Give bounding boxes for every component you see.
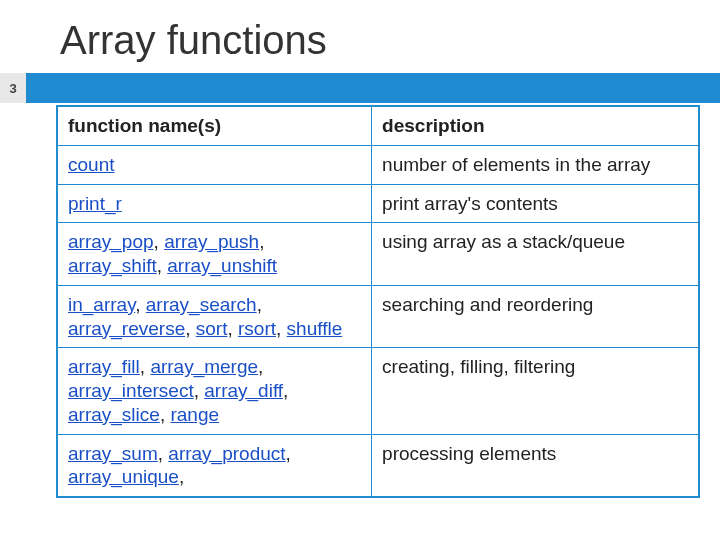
table-cell-description: creating, filling, filtering <box>372 348 699 434</box>
function-link[interactable]: array_merge <box>150 356 258 377</box>
separator: , <box>258 356 263 377</box>
function-link[interactable]: array_unique <box>68 466 179 487</box>
table-cell-functions: array_fill, array_merge, array_intersect… <box>57 348 372 434</box>
function-link[interactable]: array_pop <box>68 231 154 252</box>
separator: , <box>179 466 184 487</box>
slide-title: Array functions <box>0 0 720 73</box>
separator: , <box>185 318 196 339</box>
separator: , <box>276 318 287 339</box>
title-bar: 3 <box>0 73 720 103</box>
function-link[interactable]: array_search <box>146 294 257 315</box>
function-link[interactable]: array_intersect <box>68 380 194 401</box>
function-link[interactable]: array_push <box>164 231 259 252</box>
table-cell-description: using array as a stack/queue <box>372 223 699 286</box>
function-link[interactable]: count <box>68 154 114 175</box>
separator: , <box>257 294 262 315</box>
separator: , <box>286 443 291 464</box>
table-cell-functions: array_pop, array_push, array_shift, arra… <box>57 223 372 286</box>
table-header-description: description <box>372 106 699 145</box>
page-number-badge: 3 <box>0 73 26 103</box>
function-link[interactable]: array_slice <box>68 404 160 425</box>
function-link[interactable]: array_fill <box>68 356 140 377</box>
table-cell-functions: print_r <box>57 184 372 223</box>
functions-table: function name(s) description countnumber… <box>56 105 700 498</box>
function-link[interactable]: in_array <box>68 294 135 315</box>
table-cell-functions: array_sum, array_product, array_unique, <box>57 434 372 497</box>
table-row: array_pop, array_push, array_shift, arra… <box>57 223 699 286</box>
table-row: countnumber of elements in the array <box>57 145 699 184</box>
separator: , <box>158 443 169 464</box>
separator: , <box>259 231 264 252</box>
separator: , <box>154 231 165 252</box>
function-link[interactable]: array_sum <box>68 443 158 464</box>
table-row: print_rprint array's contents <box>57 184 699 223</box>
separator: , <box>157 255 168 276</box>
table-cell-functions: in_array, array_search, array_reverse, s… <box>57 285 372 348</box>
function-link[interactable]: array_reverse <box>68 318 185 339</box>
table-row: in_array, array_search, array_reverse, s… <box>57 285 699 348</box>
separator: , <box>140 356 151 377</box>
table-container: function name(s) description countnumber… <box>0 103 720 498</box>
separator: , <box>135 294 146 315</box>
table-row: array_sum, array_product, array_unique,p… <box>57 434 699 497</box>
separator: , <box>194 380 205 401</box>
table-header-functions: function name(s) <box>57 106 372 145</box>
function-link[interactable]: array_unshift <box>167 255 277 276</box>
function-link[interactable]: range <box>170 404 219 425</box>
function-link[interactable]: shuffle <box>287 318 343 339</box>
function-link[interactable]: array_diff <box>204 380 283 401</box>
separator: , <box>160 404 171 425</box>
table-row: array_fill, array_merge, array_intersect… <box>57 348 699 434</box>
function-link[interactable]: array_product <box>168 443 285 464</box>
function-link[interactable]: sort <box>196 318 228 339</box>
table-cell-description: searching and reordering <box>372 285 699 348</box>
table-cell-description: number of elements in the array <box>372 145 699 184</box>
table-cell-description: print array's contents <box>372 184 699 223</box>
separator: , <box>283 380 288 401</box>
function-link[interactable]: print_r <box>68 193 122 214</box>
separator: , <box>227 318 238 339</box>
table-cell-description: processing elements <box>372 434 699 497</box>
function-link[interactable]: rsort <box>238 318 276 339</box>
function-link[interactable]: array_shift <box>68 255 157 276</box>
table-cell-functions: count <box>57 145 372 184</box>
